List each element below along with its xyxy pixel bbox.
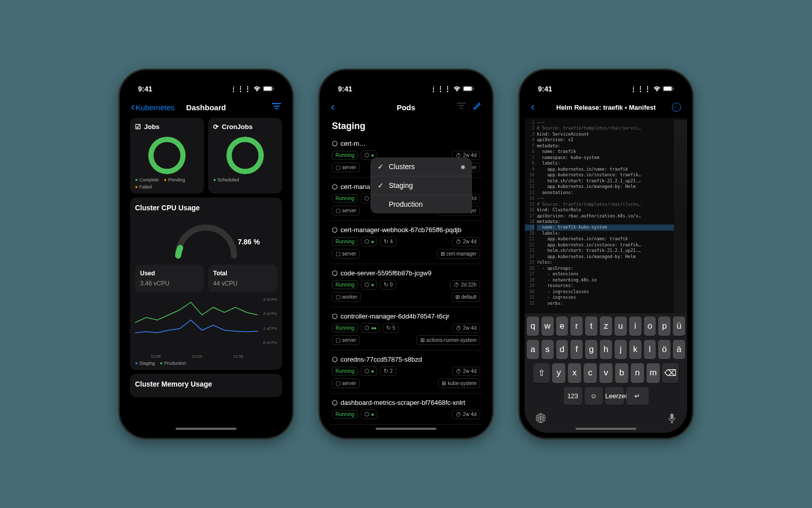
cube-icon: ⬡ (332, 226, 337, 234)
key-emoji[interactable]: ☺ (585, 387, 603, 405)
namespace-badge: ⊞ kube-system (438, 378, 480, 388)
containers-badge: ⬡ ● (361, 280, 377, 290)
jobs-card[interactable]: ☑ Jobs Complete Pending Failed (130, 118, 204, 194)
key-t[interactable]: t (585, 316, 597, 336)
cube-icon: ⬡ (332, 399, 337, 406)
chevron-left-icon: ‹ (531, 102, 534, 113)
code-editor[interactable]: 1234567891011121314151617181920212223242… (525, 118, 687, 313)
pod-item[interactable]: ⬡code-server-5595f6b87b-jcgw9 Running ⬡ … (330, 265, 482, 307)
key-s[interactable]: s (542, 340, 554, 359)
key-j[interactable]: j (615, 340, 627, 359)
filter-icon[interactable] (457, 102, 466, 112)
page-title: Dashboard (186, 103, 226, 112)
key-c[interactable]: c (584, 363, 597, 383)
key-d[interactable]: d (556, 340, 568, 359)
phone-pods: 9:41 ⋮⋮⋮ ‹ Pods Staging (318, 69, 494, 439)
key-p[interactable]: p (658, 316, 670, 336)
key-w[interactable]: w (542, 316, 554, 336)
key-k[interactable]: k (629, 340, 641, 359)
home-indicator[interactable] (176, 428, 236, 430)
node-badge: ▢ worker (332, 292, 361, 302)
key-g[interactable]: g (585, 340, 597, 359)
key-r[interactable]: r (570, 316, 583, 336)
cube-icon: ⬡ (332, 140, 337, 147)
cube-icon: ⬡ (332, 183, 337, 190)
pod-item[interactable]: ⬡coredns-77ccd57875-s8bzd Running ⬡ ● ↻ … (330, 352, 482, 394)
age-badge: ⏱ 2w 4d (452, 324, 480, 333)
key-b[interactable]: b (615, 363, 628, 383)
key-⌫[interactable]: ⌫ (662, 363, 679, 383)
pod-item[interactable]: ⬡cert-manager-webhook-67cb765ff6-pqdjb R… (330, 222, 482, 264)
key-u[interactable]: u (615, 316, 627, 336)
key-ö[interactable]: ö (658, 340, 670, 359)
status-icons: ⋮⋮⋮ (630, 85, 674, 93)
key-ä[interactable]: ä (673, 340, 685, 359)
popover-item-production[interactable]: ✓ Production (370, 195, 472, 213)
home-indicator[interactable] (576, 428, 636, 430)
battery-icon (463, 85, 474, 93)
mic-icon[interactable] (668, 413, 676, 426)
popover-item-staging[interactable]: ✓ Staging (370, 176, 472, 195)
wifi-icon (653, 85, 661, 93)
clock: 9:41 (138, 85, 152, 93)
checkbox-icon: ☑ (135, 123, 141, 131)
status-badge: Running (332, 280, 358, 289)
jobs-title: Jobs (144, 123, 159, 131)
back-button[interactable]: ‹ (531, 102, 534, 113)
key-y[interactable]: y (552, 363, 565, 383)
svg-rect-8 (673, 88, 674, 90)
namespace-badge: ⊞ default (452, 292, 480, 302)
page-title: Helm Release: traefik • Manifest (556, 104, 656, 111)
chevron-left-icon: ‹ (131, 102, 134, 113)
key-e[interactable]: e (556, 316, 568, 336)
cronjobs-card[interactable]: ⟳ CronJobs Scheduled (208, 118, 282, 194)
cube-icon: ⬡ (332, 356, 337, 363)
key-space[interactable]: Leerzeichen (605, 387, 624, 405)
key-v[interactable]: v (599, 363, 613, 383)
popover-header: ✓ Clusters ⎈ (370, 157, 472, 176)
pod-item[interactable]: ⬡controller-manager-6dd4b78547-t6cjr Run… (330, 308, 482, 351)
cpu-title: Cluster CPU Usage (135, 204, 277, 212)
clock: 9:41 (538, 85, 552, 93)
svg-rect-7 (664, 87, 672, 91)
key-m[interactable]: m (647, 363, 660, 383)
key-⇧[interactable]: ⇧ (533, 363, 550, 383)
key-z[interactable]: z (600, 316, 612, 336)
back-button[interactable]: ‹ (331, 102, 334, 113)
key-x[interactable]: x (568, 363, 581, 383)
svg-rect-2 (273, 88, 274, 90)
home-indicator[interactable] (376, 428, 436, 430)
pod-name-label: cert-m… (341, 140, 366, 147)
filter-icon[interactable] (272, 103, 281, 112)
key-return[interactable]: ↵ (626, 387, 649, 405)
key-n[interactable]: n (631, 363, 644, 383)
back-button[interactable]: ‹ Kubernetes (131, 102, 175, 113)
key-a[interactable]: a (527, 340, 539, 359)
nav-bar: ‹ Kubernetes Dashboard (125, 99, 287, 118)
key-l[interactable]: l (644, 340, 656, 359)
pod-name-label: cert-manager-webhook-67cb765ff6-pqdjb (341, 226, 461, 234)
clock: 9:41 (338, 85, 352, 93)
globe-icon[interactable]: 🌐︎ (536, 413, 546, 426)
mem-card: Cluster Memory Usage (130, 374, 282, 397)
edit-icon[interactable] (473, 102, 481, 112)
svg-rect-9 (670, 414, 673, 419)
cpu-pct: 7.86 % (238, 238, 260, 246)
key-ü[interactable]: ü (673, 316, 685, 336)
key-q[interactable]: q (527, 316, 539, 336)
key-i[interactable]: i (629, 316, 641, 336)
key-f[interactable]: f (570, 340, 583, 359)
status-badge: Running (332, 367, 358, 375)
key-123[interactable]: 123 (564, 387, 582, 405)
key-o[interactable]: o (644, 316, 656, 336)
battery-icon (663, 85, 674, 93)
more-icon[interactable]: ⋯ (672, 103, 681, 112)
cluster-popover: ✓ Clusters ⎈ ✓ Staging ✓ Production (370, 157, 472, 213)
status-badge: Running (332, 237, 358, 246)
cpu-gauge (168, 220, 244, 260)
pod-item[interactable]: ⬡dashboard-metrics-scraper-bf76468fc-xnl… (330, 395, 482, 425)
minimap[interactable] (674, 120, 687, 313)
key-h[interactable]: h (600, 340, 612, 359)
node-badge: ▢ server (332, 378, 360, 388)
pod-name-label: dashboard-metrics-scraper-bf76468fc-xnlr… (341, 399, 465, 406)
